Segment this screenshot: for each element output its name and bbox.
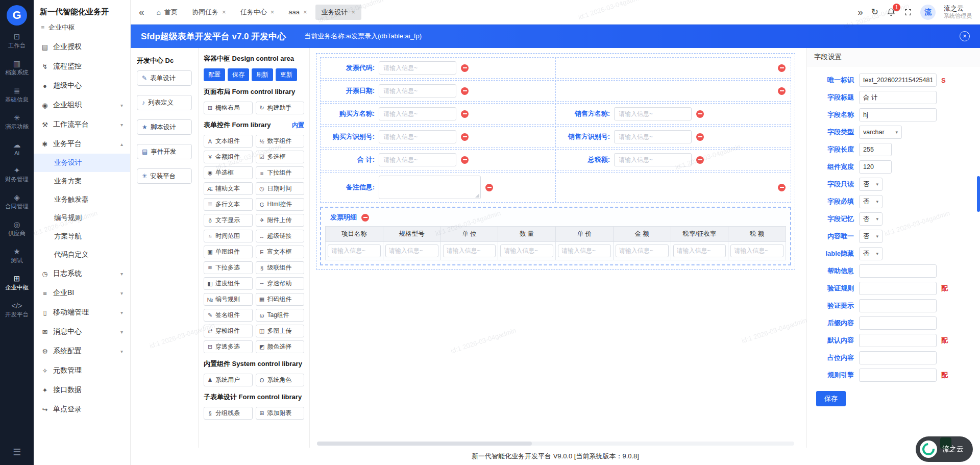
subform-item[interactable]: § 分组线条	[204, 407, 253, 420]
setting-control[interactable]: varchar ▾	[859, 126, 902, 139]
form-cell[interactable]: 开票日期: 请输入信息~	[321, 81, 555, 101]
component-item[interactable]: ≋ 下拉多选	[204, 261, 253, 274]
rail-item[interactable]: ⊞ 企业中枢	[0, 270, 34, 297]
sidebar-item[interactable]: ↪ 单点登录	[34, 400, 130, 419]
remove-field-icon[interactable]	[461, 133, 469, 141]
chat-widget[interactable]: 流之云	[916, 436, 973, 462]
rail-item[interactable]: ⊡ 工作台	[0, 28, 34, 55]
component-item[interactable]: G Html控件	[256, 198, 305, 211]
save-button[interactable]: 保存	[816, 391, 846, 406]
rail-menu-icon[interactable]: ☰	[13, 447, 21, 458]
sidebar-item[interactable]: 代码自定义	[34, 246, 130, 264]
subform-item[interactable]: ⊞ 添加附表	[256, 407, 305, 420]
form-cell[interactable]: 销售方名称: 请输入信息~	[555, 104, 791, 124]
remove-field-icon[interactable]	[461, 156, 469, 164]
scrollbar-thumb[interactable]	[317, 442, 532, 446]
sidebar-item[interactable]: ✧ 元数管理	[34, 361, 130, 380]
remove-field-icon[interactable]	[696, 133, 704, 141]
component-item[interactable]: ✈ 附件上传	[256, 214, 305, 227]
sidebar-item[interactable]: ▤ 企业授权	[34, 37, 130, 57]
fullscreen-icon[interactable]	[904, 8, 912, 16]
tab[interactable]: aaa ×	[282, 5, 313, 19]
remove-field-icon[interactable]	[461, 87, 469, 95]
component-item[interactable]: № 编号规则	[204, 293, 253, 306]
refresh-icon[interactable]: ↻	[871, 7, 878, 17]
sidebar-item[interactable]: ⚙ 系统配置 ▾	[34, 341, 130, 361]
component-item[interactable]: ⊟ 穿透多选	[204, 340, 253, 353]
form-cell[interactable]	[555, 81, 791, 101]
component-item[interactable]: ð 文字显示	[204, 214, 253, 227]
form-cell[interactable]: 发票代码: 请输入信息~	[321, 58, 555, 78]
sidebar-item[interactable]: ≡ 企业BI ▾	[34, 283, 130, 303]
sidebar-item[interactable]: 方案导航	[34, 227, 130, 246]
user-meta[interactable]: 流之云 系统管理员	[944, 5, 972, 20]
component-item[interactable]: ▣ 单图组件	[204, 246, 253, 258]
remove-field-icon[interactable]	[485, 184, 493, 191]
system-item[interactable]: Θ 系统角色	[256, 374, 305, 386]
rail-item[interactable]: ✳ 演示功能	[0, 109, 34, 136]
setting-control[interactable]: 否 ▾	[859, 230, 883, 243]
component-item[interactable]: ¥ 金额组件	[204, 151, 253, 163]
tab[interactable]: 协同任务 ×	[186, 5, 232, 20]
component-item[interactable]: ✎ 签名组件	[204, 309, 253, 322]
setting-control[interactable]: 否 ▾	[859, 178, 883, 191]
component-item[interactable]: A 文本组件	[204, 135, 253, 148]
rail-item[interactable]: ◎ 供应商	[0, 215, 34, 242]
setting-control[interactable]: ▾	[859, 282, 937, 295]
dev-center-button[interactable]: ✳ 安装平台	[137, 168, 192, 184]
toolbar-button[interactable]: 保存	[228, 68, 249, 81]
dev-center-button[interactable]: ♪ 列表定义	[137, 95, 192, 110]
rail-item[interactable]: ☁ Ai	[0, 136, 34, 161]
dev-center-button[interactable]: ✎ 表单设计	[137, 70, 192, 86]
layout-item[interactable]: ↻ 构建助手	[256, 102, 305, 114]
component-item[interactable]: ⇄ 穿梭组件	[204, 325, 253, 337]
toolbar-button[interactable]: 刷新	[252, 68, 273, 81]
field-input[interactable]: 请输入信息~	[614, 107, 692, 120]
app-logo[interactable]: G	[7, 5, 27, 26]
setting-control[interactable]: 否 ▾	[859, 247, 883, 260]
sidebar-item[interactable]: ↯ 流程监控	[34, 57, 130, 76]
component-item[interactable]: Æ 辅助文本	[204, 182, 253, 195]
sidebar-item[interactable]: ● 超级中心	[34, 76, 130, 95]
remark-textarea[interactable]	[379, 176, 481, 199]
sidebar-item[interactable]: 业务方案	[34, 172, 130, 190]
component-item[interactable]: ◫ 多图上传	[256, 325, 305, 337]
config-link[interactable]: 配	[941, 284, 948, 293]
sidebar-item[interactable]: ✦ 接口数据	[34, 380, 130, 400]
sidebar-item[interactable]: 编号规则	[34, 209, 130, 227]
component-item[interactable]: ½ 数字组件	[256, 135, 305, 148]
form-cell[interactable]: 购买方识别号: 请输入信息~	[321, 127, 555, 147]
remove-field-icon[interactable]	[778, 64, 786, 72]
avatar[interactable]: 流	[920, 5, 936, 20]
component-item[interactable]: ◧ 进度组件	[204, 277, 253, 290]
setting-control[interactable]: text_2026022115425481 ▾	[859, 74, 937, 87]
setting-control[interactable]: 合 计 ▾	[859, 91, 937, 104]
system-item[interactable]: ♟ 系统用户	[204, 374, 253, 386]
detail-input[interactable]: 请输入信息~	[328, 244, 381, 257]
sidebar-item[interactable]: ◷ 日志系统 ▾	[34, 264, 130, 283]
tab-close-icon[interactable]: ×	[271, 8, 275, 16]
component-item[interactable]: ◷ 日期时间	[256, 182, 305, 195]
notification-bell-icon[interactable]: 1	[887, 8, 896, 17]
toolbar-button[interactable]: 更新	[276, 68, 297, 81]
component-item[interactable]: § 级联组件	[256, 261, 305, 274]
layout-item[interactable]: ⊞ 栅格布局	[204, 102, 253, 114]
component-item[interactable]: ☑ 多选框	[256, 151, 305, 163]
form-cell[interactable]: 总税额: 请输入信息~	[555, 150, 791, 170]
remove-field-icon[interactable]	[696, 110, 704, 118]
sidebar-item[interactable]: ✱ 业务平台 ▴	[34, 134, 130, 154]
rail-item[interactable]: ◈ 合同管理	[0, 188, 34, 215]
form-cell[interactable]	[555, 58, 791, 78]
detail-input[interactable]: 请输入信息~	[730, 244, 783, 257]
detail-input[interactable]: 请输入信息~	[500, 244, 553, 257]
form-cell[interactable]: 销售方识别号: 请输入信息~	[555, 127, 791, 147]
sidebar-item[interactable]: ⚒ 工作流平台 ▾	[34, 115, 130, 134]
remove-subform-icon[interactable]	[361, 214, 369, 222]
builtin-link[interactable]: 内置	[292, 121, 304, 130]
remove-field-icon[interactable]	[696, 156, 704, 164]
expand-tabs-icon[interactable]: »	[857, 7, 863, 18]
component-item[interactable]: ▦ 扫码组件	[256, 293, 305, 306]
form-cell[interactable]: 购买方名称: 请输入信息~	[321, 104, 555, 124]
tab[interactable]: 任务中心 ×	[234, 5, 281, 20]
config-link[interactable]: 配	[941, 336, 948, 345]
